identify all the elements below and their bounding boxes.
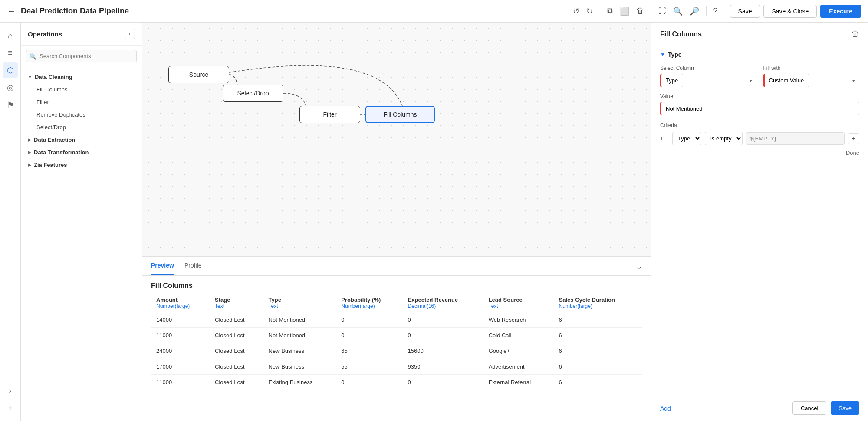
undo-button[interactable]: ↺ [571,5,581,18]
section-toggle[interactable]: ▼ Type [660,51,859,58]
col-header-expected-revenue: Expected RevenueDecimal(16) [403,294,483,312]
ops-collapse-button[interactable]: ‹ [125,29,135,39]
zoom-in-button[interactable]: 🔍 [671,5,684,18]
table-cell: Closed Lost [210,328,263,343]
back-button[interactable]: ← [7,6,16,16]
pipeline-node-selectdrop[interactable]: Select/Drop [223,85,283,102]
ops-group-zia-features: ▶ Zia Features [21,159,142,171]
page-title: Deal Prediction Data Pipeline [21,7,566,16]
criteria-column-select[interactable]: Type [672,132,701,145]
table-body: 14000Closed LostNot Mentioned00Web Resea… [151,312,642,390]
ops-item-select-drop[interactable]: Select/Drop [21,121,142,134]
fit-button[interactable]: ⛶ [657,5,668,17]
form-group-fill-with: Fill with Custom Value [763,65,860,87]
sidebar-item-data[interactable]: ≡ [3,45,18,61]
fill-with-dropdown[interactable]: Custom Value [763,74,809,87]
table-cell: 17000 [151,359,210,375]
ops-header: Operations ‹ [21,23,142,46]
ops-group-data-transformation: ▶ Data Transformation [21,146,142,159]
sidebar-item-flag[interactable]: ⚑ [3,97,18,113]
pipeline-node-filter[interactable]: Filter [299,106,360,123]
criteria-add-button[interactable]: + [848,133,859,144]
paste-button[interactable]: ⬜ [618,5,631,18]
criteria-value-input[interactable] [746,132,845,145]
copy-button[interactable]: ⧉ [605,5,615,17]
canvas-area: Source Select/Drop Filter Fill Columns P… [142,23,651,421]
table-cell: 14000 [151,312,210,328]
save-close-button[interactable]: Save & Close [763,5,817,18]
table-cell: 0 [336,312,402,328]
ops-group-header-zia-features[interactable]: ▶ Zia Features [21,159,142,171]
table-cell: Not Mentioned [263,328,336,343]
table-cell: Closed Lost [210,375,263,390]
table-cell: Closed Lost [210,359,263,375]
preview-section-title: Fill Columns [151,276,642,294]
panel-footer-right: Cancel Save [792,401,859,415]
ops-item-remove-duplicates[interactable]: Remove Duplicates [21,108,142,121]
criteria-label: Criteria [660,122,859,128]
table-cell: 0 [403,312,483,328]
table-cell: Google+ [483,343,554,359]
tab-profile[interactable]: Profile [184,257,202,275]
tab-preview[interactable]: Preview [151,257,174,275]
toolbar-divider-3 [706,6,707,16]
icon-sidebar-bottom: › + [3,383,18,416]
chevron-right-icon: ▶ [28,137,31,142]
toolbar-divider-1 [600,6,600,16]
sidebar-item-pipeline[interactable]: ⬡ [3,62,18,78]
col-header-amount: AmountNumber(large) [151,294,210,312]
criteria-section: Criteria 1 Type is empty + Done [660,122,859,156]
redo-button[interactable]: ↻ [585,5,595,18]
execute-button[interactable]: Execute [820,5,861,18]
delete-button[interactable]: 🗑 [635,5,646,17]
ops-item-fill-columns[interactable]: Fill Columns [21,83,142,96]
ops-search-wrap: 🔍 [26,50,137,62]
pipeline-canvas[interactable]: Source Select/Drop Filter Fill Columns [142,23,651,256]
icon-sidebar: ⌂ ≡ ⬡ ◎ ⚑ › + [0,23,21,421]
ops-group-header-data-transformation[interactable]: ▶ Data Transformation [21,146,142,159]
table-cell: 6 [554,343,642,359]
sidebar-item-home[interactable]: ⌂ [3,28,18,43]
preview-expand-button[interactable]: ⌄ [636,261,642,271]
right-panel-delete-button[interactable]: 🗑 [852,29,859,39]
col-header-stage: StageText [210,294,263,312]
table-cell: New Business [263,343,336,359]
criteria-row: 1 Type is empty + [660,132,859,145]
table-cell: 6 [554,359,642,375]
table-cell: Web Research [483,312,554,328]
right-panel-header: Fill Columns 🗑 [651,23,868,44]
topbar-actions: Save Save & Close Execute [730,5,861,18]
table-row: 11000Closed LostNot Mentioned00Cold Call… [151,328,642,343]
sidebar-item-chart[interactable]: ◎ [3,80,18,95]
table-header-row: AmountNumber(large) StageText TypeText P… [151,294,642,312]
help-button[interactable]: ? [712,5,720,17]
cancel-button[interactable]: Cancel [792,401,826,415]
ops-item-filter[interactable]: Filter [21,96,142,108]
search-input[interactable] [26,50,137,62]
table-row: 17000Closed LostNew Business559350Advert… [151,359,642,375]
select-column-dropdown[interactable]: Type [660,74,683,87]
ops-group-header-data-extraction[interactable]: ▶ Data Extraction [21,134,142,146]
pipeline-node-source[interactable]: Source [168,66,229,83]
col-header-type: TypeText [263,294,336,312]
ops-search-area: 🔍 [21,46,142,67]
ops-tree: ▼ Data Cleaning Fill Columns Filter Remo… [21,67,142,421]
add-button[interactable]: Add [660,405,671,412]
sidebar-collapse-icon[interactable]: › [3,383,18,398]
table-cell: 6 [554,328,642,343]
criteria-condition-select[interactable]: is empty [705,132,743,145]
value-input[interactable] [660,102,859,115]
zoom-out-button[interactable]: 🔎 [688,5,701,18]
panel-save-button[interactable]: Save [831,401,859,415]
col-header-probability: Probability (%)Number(large) [336,294,402,312]
save-button[interactable]: Save [730,5,760,18]
table-head: AmountNumber(large) StageText TypeText P… [151,294,642,312]
toolbar-tools: ↺ ↻ ⧉ ⬜ 🗑 ⛶ 🔍 🔎 ? [571,5,720,18]
pipeline-node-fillcolumns[interactable]: Fill Columns [365,106,435,123]
table-cell: 0 [403,375,483,390]
right-panel-body: ▼ Type Select Column Type Fill with [651,44,868,395]
ops-group-header-data-cleaning[interactable]: ▼ Data Cleaning [21,71,142,83]
sidebar-add-icon[interactable]: + [3,400,18,416]
data-table: AmountNumber(large) StageText TypeText P… [151,294,642,390]
right-panel: Fill Columns 🗑 ▼ Type Select Column Type [651,23,868,421]
